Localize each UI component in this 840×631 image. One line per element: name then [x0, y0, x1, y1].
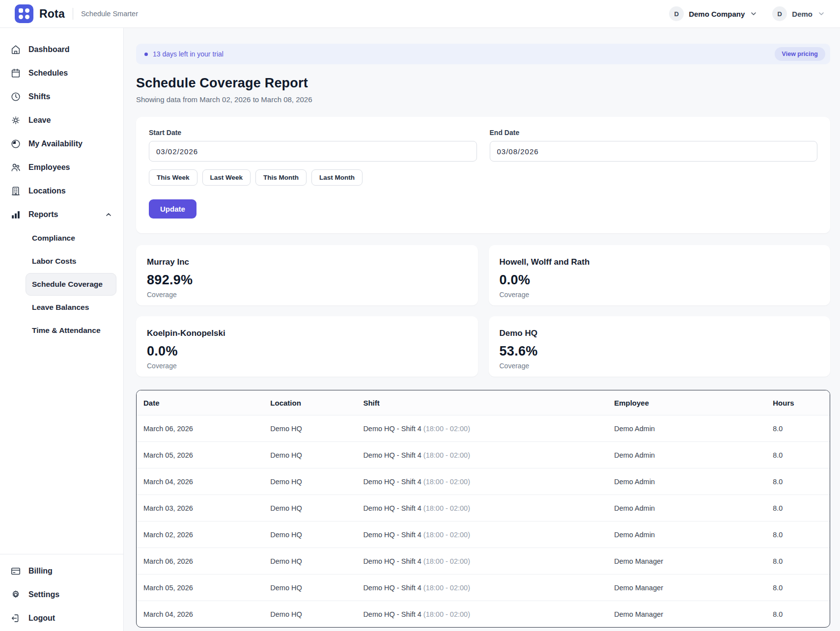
sidebar-item-employees[interactable]: Employees	[0, 156, 123, 179]
cell-hours: 8.0	[773, 468, 830, 495]
sun-icon	[10, 115, 21, 126]
sidebar-item-labor-costs[interactable]: Labor Costs	[26, 250, 116, 273]
calendar-icon	[10, 68, 21, 79]
quick-range-this-week[interactable]: This Week	[149, 169, 197, 186]
cell-date: March 05, 2026	[137, 575, 270, 601]
sidebar-item-reports[interactable]: Reports	[0, 203, 123, 226]
metric-card-murray-inc: Murray Inc 892.9% Coverage	[136, 245, 478, 305]
sidebar-item-my-availability[interactable]: My Availability	[0, 132, 123, 156]
quick-range-last-month[interactable]: Last Month	[311, 169, 363, 186]
sidebar-item-shifts[interactable]: Shifts	[0, 85, 123, 109]
sidebar-item-billing[interactable]: Billing	[0, 559, 123, 583]
trial-dot-icon	[144, 53, 148, 56]
sidebar-item-compliance[interactable]: Compliance	[26, 227, 116, 249]
update-button[interactable]: Update	[149, 199, 196, 219]
cell-shift: Demo HQ - Shift 4 (18:00 - 02:00)	[363, 601, 614, 628]
logout-icon	[10, 613, 21, 624]
sidebar-item-logout[interactable]: Logout	[0, 606, 123, 630]
metric-card-koelpin-konopelski: Koelpin-Konopelski 0.0% Coverage	[136, 316, 478, 377]
company-name: Demo Company	[689, 10, 745, 18]
sidebar-item-time-attendance[interactable]: Time & Attendance	[26, 319, 116, 342]
sidebar-item-settings[interactable]: Settings	[0, 583, 123, 606]
sidebar-item-label: Settings	[28, 590, 59, 599]
table-header-row: DateLocationShiftEmployeeHours	[137, 390, 830, 415]
sidebar-item-leave[interactable]: Leave	[0, 109, 123, 132]
credit-card-icon	[10, 566, 21, 576]
column-header-hours: Hours	[773, 390, 830, 415]
table-row: March 04, 2026 Demo HQ Demo HQ - Shift 4…	[137, 468, 830, 495]
column-header-employee: Employee	[614, 390, 773, 415]
sidebar: Dashboard Schedules Shifts Leave My Avai…	[0, 28, 124, 631]
top-bar: Rota Schedule Smarter D Demo Company D D…	[0, 0, 840, 28]
clock-icon	[10, 91, 21, 102]
quick-range-this-month[interactable]: This Month	[255, 169, 307, 186]
shift-time: (18:00 - 02:00)	[423, 531, 470, 539]
cell-employee: Demo Admin	[614, 521, 773, 548]
column-header-shift: Shift	[363, 390, 614, 415]
page-subtitle: Showing data from March 02, 2026 to Marc…	[136, 95, 830, 104]
user-avatar: D	[772, 6, 787, 21]
metric-card-demo-hq: Demo HQ 53.6% Coverage	[489, 316, 831, 377]
sidebar-item-label: Leave	[28, 116, 51, 125]
cell-shift: Demo HQ - Shift 4 (18:00 - 02:00)	[363, 442, 614, 468]
rota-logo-icon	[15, 4, 33, 23]
building-icon	[10, 186, 21, 196]
sidebar-item-leave-balances[interactable]: Leave Balances	[26, 296, 116, 319]
cell-employee: Demo Manager	[614, 601, 773, 628]
cell-shift: Demo HQ - Shift 4 (18:00 - 02:00)	[363, 495, 614, 521]
cell-employee: Demo Admin	[614, 415, 773, 442]
cell-employee: Demo Admin	[614, 495, 773, 521]
metric-value: 0.0%	[500, 273, 820, 288]
page-title: Schedule Coverage Report	[136, 76, 830, 91]
table-row: March 04, 2026 Demo HQ Demo HQ - Shift 4…	[137, 601, 830, 628]
start-date-input[interactable]	[149, 141, 477, 162]
metric-value: 0.0%	[147, 344, 467, 359]
chevron-up-icon	[105, 211, 112, 219]
shift-time: (18:00 - 02:00)	[423, 557, 470, 565]
sidebar-item-locations[interactable]: Locations	[0, 179, 123, 203]
metric-caption: Coverage	[500, 362, 820, 370]
sidebar-item-label: Schedules	[28, 69, 68, 78]
metric-name: Howell, Wolff and Rath	[500, 257, 820, 267]
table-row: March 05, 2026 Demo HQ Demo HQ - Shift 4…	[137, 575, 830, 601]
sidebar-item-schedules[interactable]: Schedules	[0, 61, 123, 85]
cell-shift: Demo HQ - Shift 4 (18:00 - 02:00)	[363, 415, 614, 442]
user-name: Demo	[792, 10, 812, 18]
metric-name: Demo HQ	[500, 329, 820, 338]
shift-time: (18:00 - 02:00)	[423, 584, 470, 592]
table-row: March 02, 2026 Demo HQ Demo HQ - Shift 4…	[137, 521, 830, 548]
quick-range-last-week[interactable]: Last Week	[202, 169, 251, 186]
sidebar-item-dashboard[interactable]: Dashboard	[0, 38, 123, 61]
cell-date: March 05, 2026	[137, 442, 270, 468]
cell-hours: 8.0	[773, 601, 830, 628]
chevron-down-icon	[750, 10, 757, 18]
cell-hours: 8.0	[773, 495, 830, 521]
sidebar-item-label: Dashboard	[28, 45, 70, 54]
cell-location: Demo HQ	[270, 601, 363, 628]
trial-message: 13 days left in your trial	[153, 50, 224, 58]
sidebar-item-label: Reports	[28, 210, 58, 219]
view-pricing-button[interactable]: View pricing	[775, 47, 825, 61]
sidebar-item-label: Billing	[28, 567, 53, 576]
sidebar-item-schedule-coverage[interactable]: Schedule Coverage	[26, 273, 116, 296]
cell-date: March 06, 2026	[137, 415, 270, 442]
cell-date: March 04, 2026	[137, 601, 270, 628]
brand-tagline: Schedule Smarter	[81, 10, 138, 18]
user-menu[interactable]: D Demo	[772, 6, 825, 21]
table-row: March 03, 2026 Demo HQ Demo HQ - Shift 4…	[137, 495, 830, 521]
start-date-label: Start Date	[149, 129, 477, 137]
company-switcher[interactable]: D Demo Company	[669, 6, 757, 21]
end-date-input[interactable]	[490, 141, 818, 162]
availability-clock-icon	[10, 138, 21, 149]
metric-caption: Coverage	[147, 291, 467, 299]
coverage-metrics: Murray Inc 892.9% Coverage Howell, Wolff…	[136, 245, 830, 377]
column-header-location: Location	[270, 390, 363, 415]
coverage-table: DateLocationShiftEmployeeHours March 06,…	[137, 390, 830, 627]
cell-location: Demo HQ	[270, 442, 363, 468]
home-icon	[10, 44, 21, 55]
cell-location: Demo HQ	[270, 575, 363, 601]
cell-employee: Demo Admin	[614, 468, 773, 495]
metric-value: 53.6%	[500, 344, 820, 359]
cell-shift: Demo HQ - Shift 4 (18:00 - 02:00)	[363, 468, 614, 495]
cell-date: March 02, 2026	[137, 521, 270, 548]
